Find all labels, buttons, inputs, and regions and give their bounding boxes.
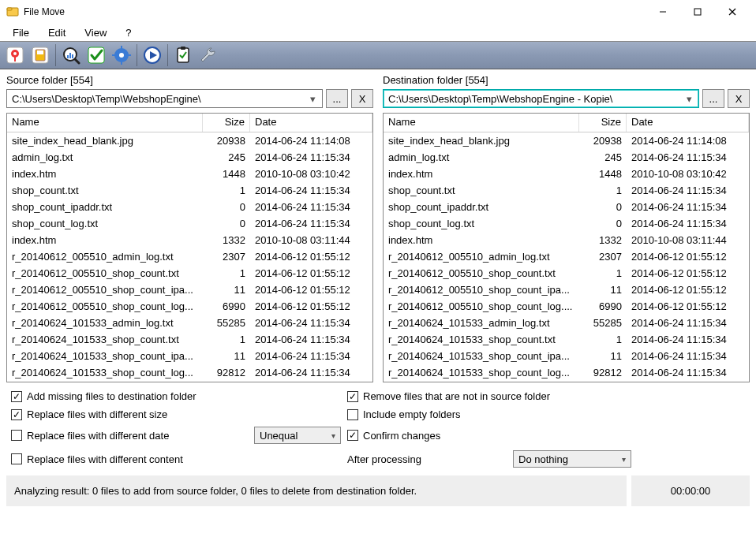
menu-file[interactable]: File (5, 25, 37, 40)
source-file-list[interactable]: Name Size Date site_index_head_blank.jpg… (6, 113, 373, 382)
pin-red-icon[interactable] (3, 43, 27, 67)
clipboard-icon[interactable] (171, 43, 195, 67)
table-row[interactable]: r_20140612_005510_shop_count.txt12014-06… (384, 265, 749, 282)
file-name: shop_count_ipaddr.txt (384, 201, 579, 213)
table-row[interactable]: shop_count_log.txt02014-06-24 11:15:34 (7, 215, 372, 232)
table-row[interactable]: shop_count_ipaddr.txt02014-06-24 11:15:3… (384, 199, 749, 215)
file-date: 2014-06-12 01:55:12 (627, 284, 749, 296)
table-row[interactable]: r_20140612_005510_shop_count_log....6990… (384, 298, 749, 315)
table-row[interactable]: shop_count_ipaddr.txt02014-06-24 11:15:3… (7, 199, 372, 215)
col-date[interactable]: Date (250, 114, 372, 132)
source-browse-button[interactable]: ... (326, 89, 348, 108)
col-name[interactable]: Name (384, 114, 579, 132)
chk-include-empty[interactable]: Include empty folders (347, 408, 745, 420)
file-size: 11 (579, 350, 627, 362)
play-icon[interactable] (140, 43, 164, 67)
table-row[interactable]: r_20140624_101533_shop_count.txt12014-06… (384, 331, 749, 348)
titlebar: File Move (0, 0, 756, 24)
check-icon[interactable] (84, 43, 108, 67)
file-name: r_20140624_101533_admin_log.txt (384, 317, 579, 329)
table-row[interactable]: r_20140624_101533_shop_count_log...92812… (7, 364, 372, 381)
table-row[interactable]: r_20140624_101533_shop_count_log...92812… (384, 364, 749, 381)
source-clear-button[interactable]: X (351, 89, 373, 108)
table-row[interactable]: index.htm14482010-10-08 03:10:42 (7, 166, 372, 182)
file-size: 2307 (579, 251, 627, 263)
file-size: 2307 (203, 251, 250, 263)
chk-remove-not-in-source[interactable]: Remove files that are not in source fold… (347, 390, 745, 402)
file-name: r_20140612_005510_shop_count_ipa... (7, 284, 203, 296)
table-row[interactable]: r_20140612_005510_shop_count_log...69902… (7, 298, 372, 315)
menu-help[interactable]: ? (118, 25, 139, 40)
app-icon (6, 6, 19, 18)
table-row[interactable]: site_index_head_blank.jpg209382014-06-24… (7, 132, 372, 149)
file-date: 2014-06-24 11:15:34 (250, 317, 372, 329)
source-path-combo[interactable]: C:\Users\Desktop\Temp\WebshopEngine\ ▾ (6, 89, 323, 108)
source-label: Source folder [554] (6, 74, 373, 86)
table-row[interactable]: shop_count.txt12014-06-24 11:15:34 (384, 182, 749, 199)
table-row[interactable]: r_20140612_005510_shop_count.txt12014-06… (7, 265, 372, 282)
svg-rect-23 (112, 54, 115, 56)
menu-view[interactable]: View (77, 25, 114, 40)
file-size: 1 (203, 334, 250, 345)
chk-replace-content[interactable]: Replace files with different content (11, 453, 248, 465)
col-size[interactable]: Size (579, 114, 627, 132)
file-date: 2014-06-24 11:14:08 (250, 135, 372, 147)
file-date: 2014-06-24 11:15:34 (250, 185, 372, 196)
list-header: Name Size Date (384, 114, 749, 132)
col-size[interactable]: Size (203, 114, 250, 132)
file-size: 92812 (203, 367, 250, 379)
after-processing-select[interactable]: Do nothing▾ (513, 450, 631, 468)
chevron-down-icon[interactable]: ▾ (306, 93, 319, 105)
file-date: 2014-06-24 11:15:34 (250, 350, 372, 362)
col-date[interactable]: Date (627, 114, 749, 132)
analyze-icon[interactable] (59, 43, 83, 67)
dest-clear-button[interactable]: X (728, 89, 750, 108)
dest-label: Destination folder [554] (383, 74, 750, 86)
window-title: File Move (24, 6, 646, 17)
minimize-button[interactable] (646, 0, 680, 24)
table-row[interactable]: index.htm13322010-10-08 03:11:44 (7, 232, 372, 248)
svg-rect-22 (121, 62, 122, 65)
table-row[interactable]: shop_count.txt12014-06-24 11:15:34 (7, 182, 372, 199)
menu-edit[interactable]: Edit (40, 25, 73, 40)
file-name: shop_count.txt (7, 185, 203, 196)
gear-icon[interactable] (110, 43, 133, 67)
save-icon[interactable] (28, 43, 52, 67)
table-row[interactable]: index.htm14482010-10-08 03:10:42 (384, 166, 749, 182)
chk-add-missing[interactable]: Add missing files to destination folder (11, 390, 248, 402)
dest-file-list[interactable]: Name Size Date site_index_head_blank.jpg… (383, 113, 750, 382)
svg-point-8 (13, 52, 17, 55)
close-button[interactable] (715, 0, 750, 24)
col-name[interactable]: Name (7, 114, 203, 132)
table-row[interactable]: r_20140612_005510_shop_count_ipa...11201… (384, 282, 749, 298)
file-size: 1332 (203, 234, 250, 246)
file-name: r_20140612_005510_shop_count.txt (384, 267, 579, 279)
table-row[interactable]: r_20140612_005510_admin_log.txt23072014-… (384, 248, 749, 265)
table-row[interactable]: site_index_head_blank.jpg209382014-06-24… (384, 132, 749, 149)
table-row[interactable]: r_20140624_101533_shop_count_ipa...11201… (384, 348, 749, 364)
dest-browse-button[interactable]: ... (702, 89, 724, 108)
chevron-down-icon[interactable]: ▾ (683, 93, 695, 105)
chk-replace-date[interactable]: Replace files with different date (11, 430, 248, 442)
file-date: 2014-06-24 11:15:34 (627, 201, 749, 213)
table-row[interactable]: r_20140624_101533_admin_log.txt552852014… (7, 315, 372, 331)
maximize-button[interactable] (680, 0, 715, 24)
table-row[interactable]: r_20140624_101533_shop_count_ipa...11201… (7, 348, 372, 364)
chk-replace-size[interactable]: Replace files with different size (11, 408, 248, 420)
table-row[interactable]: shop_count_log.txt02014-06-24 11:15:34 (384, 215, 749, 232)
table-row[interactable]: r_20140624_101533_admin_log.txt552852014… (384, 315, 749, 331)
dest-path-combo[interactable]: C:\Users\Desktop\Temp\WebshopEngine - Ko… (383, 89, 699, 108)
table-row[interactable]: r_20140612_005510_admin_log.txt23072014-… (7, 248, 372, 265)
file-date: 2010-10-08 03:10:42 (250, 168, 372, 180)
table-row[interactable]: admin_log.txt2452014-06-24 11:15:34 (384, 149, 749, 166)
table-row[interactable]: admin_log.txt2452014-06-24 11:15:34 (7, 149, 372, 166)
date-mode-select[interactable]: Unequal▾ (254, 427, 341, 444)
table-row[interactable]: r_20140624_101533_shop_count.txt12014-06… (7, 331, 372, 348)
table-row[interactable]: r_20140612_005510_shop_count_ipa...11201… (7, 282, 372, 298)
table-row[interactable]: index.htm13322010-10-08 03:11:44 (384, 232, 749, 248)
file-name: index.htm (7, 234, 203, 246)
wrench-icon[interactable] (196, 43, 220, 67)
chk-confirm[interactable]: Confirm changes (347, 430, 745, 442)
file-name: r_20140624_101533_shop_count.txt (384, 334, 579, 345)
svg-rect-3 (694, 9, 701, 15)
